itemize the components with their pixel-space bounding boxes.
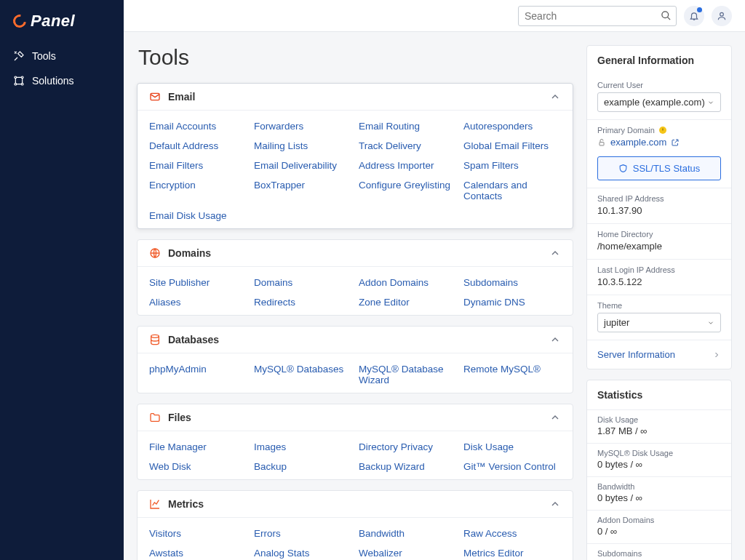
tool-link[interactable]: Email Routing [359, 121, 456, 132]
tool-link[interactable]: Webalizer [359, 548, 456, 559]
section-header-files[interactable]: Files [138, 404, 573, 431]
primary-domain-link[interactable]: example.com [610, 137, 666, 148]
tool-link[interactable]: Git™ Version Control [463, 461, 561, 472]
ssl-status-button[interactable]: SSL/TLS Status [597, 156, 721, 180]
user-icon [717, 11, 727, 21]
tool-link[interactable]: Addon Domains [359, 277, 456, 288]
tool-link[interactable]: Email Disk Usage [149, 210, 247, 221]
tool-link[interactable]: Visitors [149, 528, 247, 539]
sidebar-item-label: Solutions [32, 75, 74, 87]
stat-value: 0 bytes / ∞ [597, 459, 721, 470]
tool-link[interactable]: MySQL® Database Wizard [359, 364, 456, 385]
tool-link[interactable]: Mailing Lists [254, 140, 351, 151]
section-title: Databases [168, 334, 542, 345]
section-header-metrics[interactable]: Metrics [138, 491, 573, 518]
section-header-email[interactable]: Email [138, 84, 573, 111]
last-login-value: 10.3.5.122 [597, 276, 721, 287]
metrics-grid: VisitorsErrorsBandwidthRaw AccessAwstats… [149, 528, 561, 559]
current-user-label: Current User [597, 81, 721, 89]
stat-value: 1.87 MB / ∞ [597, 425, 721, 436]
shield-icon [618, 164, 628, 173]
tool-link[interactable]: Track Delivery [359, 140, 456, 151]
tool-link[interactable]: Backup Wizard [359, 461, 456, 472]
tool-link[interactable]: Dynamic DNS [463, 297, 561, 308]
tool-link[interactable]: Default Address [149, 140, 247, 151]
tool-link[interactable]: Redirects [254, 297, 351, 308]
tool-link[interactable]: Email Deliverability [254, 160, 351, 171]
tool-link[interactable]: Bandwidth [359, 528, 456, 539]
domains-grid: Site PublisherDomainsAddon DomainsSubdom… [149, 277, 561, 308]
logo-text: Panel [31, 12, 75, 31]
current-user-select[interactable]: example (example.com) [597, 92, 721, 112]
general-info-heading: General Information [587, 46, 731, 75]
page-title: Tools [138, 45, 573, 70]
shared-ip-value: 10.1.37.90 [597, 205, 721, 216]
chevron-down-icon [707, 99, 714, 106]
svg-point-3 [21, 83, 23, 85]
tool-link[interactable]: Email Accounts [149, 121, 247, 132]
section-header-domains[interactable]: Domains [138, 240, 573, 267]
svg-rect-10 [599, 142, 604, 145]
shared-ip-label: Shared IP Address [597, 194, 721, 203]
chevron-up-icon [549, 91, 561, 103]
tool-link[interactable]: Zone Editor [359, 297, 456, 308]
tool-link[interactable]: Encryption [149, 180, 247, 201]
primary-domain-label: Primary Domain [597, 126, 655, 135]
chevron-right-icon [712, 351, 721, 359]
chevron-up-icon [549, 334, 561, 345]
section-header-databases[interactable]: Databases [138, 327, 573, 353]
svg-point-2 [15, 83, 17, 85]
server-info-label: Server Information [597, 349, 675, 360]
tool-link[interactable]: Autoresponders [463, 121, 561, 132]
section-title: Metrics [168, 498, 542, 510]
chevron-up-icon [549, 247, 561, 259]
tool-link[interactable]: Global Email Filters [463, 140, 561, 151]
user-button[interactable] [712, 6, 732, 26]
general-info-panel: General Information Current User example… [586, 45, 732, 369]
tool-link[interactable]: Domains [254, 277, 351, 288]
tool-link[interactable]: Remote MySQL® [463, 364, 561, 385]
tool-link[interactable]: Disk Usage [463, 441, 561, 452]
section-files: Files File ManagerImagesDirectory Privac… [137, 404, 573, 480]
tool-link[interactable]: File Manager [149, 441, 247, 452]
tool-link[interactable]: Subdomains [463, 277, 561, 288]
stat-value: 0 / ∞ [597, 526, 721, 537]
search-input[interactable] [518, 6, 677, 26]
tool-link[interactable]: phpMyAdmin [149, 364, 247, 385]
current-user-value: example (example.com) [604, 97, 705, 108]
tool-link[interactable]: Awstats [149, 548, 247, 559]
tool-link[interactable]: Email Filters [149, 160, 247, 171]
sidebar-item-solutions[interactable]: Solutions [0, 68, 124, 93]
server-info-link[interactable]: Server Information [587, 340, 731, 369]
sidebar-item-tools[interactable]: Tools [0, 44, 124, 68]
tool-link[interactable]: Analog Stats [254, 548, 351, 559]
tool-link[interactable]: Site Publisher [149, 277, 247, 288]
tool-link[interactable]: MySQL® Databases [254, 364, 351, 385]
tool-link[interactable]: Spam Filters [463, 160, 561, 171]
stat-block: Bandwidth0 bytes / ∞ [587, 476, 731, 510]
tool-link[interactable]: Raw Access [463, 528, 561, 539]
tool-link[interactable]: Backup [254, 461, 351, 472]
section-title: Files [168, 412, 542, 423]
tool-link[interactable]: Configure Greylisting [359, 180, 456, 201]
tool-link[interactable]: Forwarders [254, 121, 351, 132]
theme-select[interactable]: jupiter [597, 313, 721, 332]
stat-block: Disk Usage1.87 MB / ∞ [587, 409, 731, 443]
statistics-panel: Statistics Disk Usage1.87 MB / ∞MySQL® D… [586, 380, 732, 560]
theme-label: Theme [597, 301, 721, 310]
tool-link[interactable]: Metrics Editor [463, 548, 561, 559]
stat-label: Disk Usage [597, 415, 721, 424]
files-grid: File ManagerImagesDirectory PrivacyDisk … [149, 441, 561, 472]
tool-link[interactable]: Web Disk [149, 461, 247, 472]
tool-link[interactable]: Aliases [149, 297, 247, 308]
tool-link[interactable]: Images [254, 441, 351, 452]
tool-link[interactable]: BoxTrapper [254, 180, 351, 201]
tool-link[interactable]: Errors [254, 528, 351, 539]
tool-link[interactable]: Directory Privacy [359, 441, 456, 452]
svg-point-4 [662, 11, 669, 17]
tool-link[interactable]: Calendars and Contacts [463, 180, 561, 201]
tool-link[interactable]: Address Importer [359, 160, 456, 171]
notifications-button[interactable] [684, 6, 704, 26]
email-grid: Email AccountsForwardersEmail RoutingAut… [149, 121, 561, 221]
theme-value: jupiter [604, 317, 629, 328]
